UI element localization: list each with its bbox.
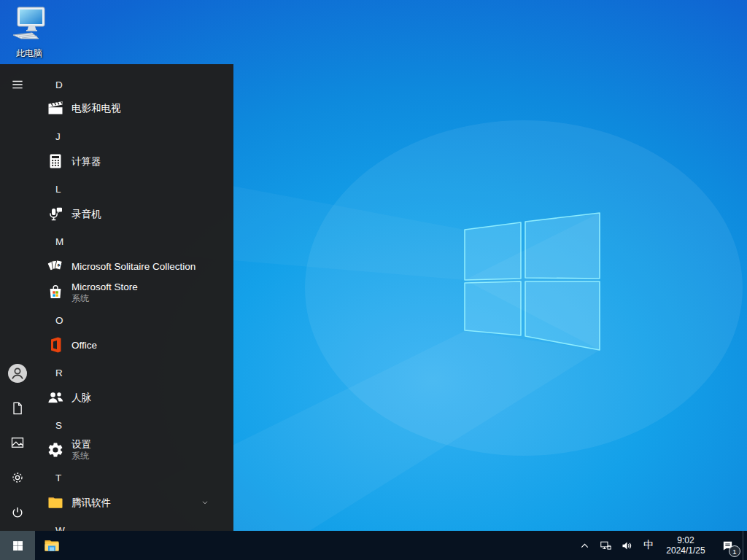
rail-user-button[interactable] xyxy=(0,359,35,388)
start-button[interactable] xyxy=(0,531,35,560)
letter-header[interactable]: T xyxy=(35,469,231,486)
start-menu-app[interactable]: 计算器 xyxy=(35,149,231,174)
tray-clock[interactable]: 9:02 2024/1/25 xyxy=(659,531,712,560)
rail-documents-button[interactable] xyxy=(0,394,35,423)
notification-badge: 1 xyxy=(729,545,740,557)
app-labels: 人脉 xyxy=(71,392,91,404)
app-title: 腾讯软件 xyxy=(71,497,111,509)
letter-header[interactable]: W xyxy=(35,521,231,531)
app-title: 录音机 xyxy=(71,208,101,220)
rail-pictures-button[interactable] xyxy=(0,428,35,457)
start-menu-app[interactable]: 设置系统 xyxy=(35,434,231,466)
letter-header-label: D xyxy=(55,79,63,90)
letter-header-label: R xyxy=(55,368,63,378)
rail-expand-menu-button[interactable] xyxy=(0,70,35,99)
letter-header[interactable]: O xyxy=(35,311,231,329)
start-menu-app[interactable]: 电影和电视 xyxy=(35,96,231,120)
app-subtitle: 系统 xyxy=(71,293,138,304)
start-menu-app-list: D电影和电视J计算器L录音机M♠Microsoft Solitaire Coll… xyxy=(35,64,233,531)
this-pc-icon xyxy=(9,6,49,47)
taskbar-file-explorer[interactable] xyxy=(35,531,69,560)
pictures-icon xyxy=(10,435,25,450)
app-labels: Microsoft Store系统 xyxy=(71,281,138,304)
letter-header-label: W xyxy=(55,525,65,532)
gear-outline-icon xyxy=(10,470,25,485)
chevron-down-icon xyxy=(200,497,210,508)
taskbar: 中 9:02 2024/1/25 1 xyxy=(0,531,747,560)
show-desktop-button[interactable] xyxy=(743,531,747,560)
chevron-up-icon xyxy=(578,540,591,552)
app-labels: 腾讯软件 xyxy=(71,497,111,509)
tray-volume-button[interactable] xyxy=(616,531,638,560)
start-menu-app[interactable]: ♠Microsoft Solitaire Collection xyxy=(35,254,231,279)
clock-time: 9:02 xyxy=(677,535,694,545)
start-menu-app[interactable]: Office xyxy=(35,332,231,357)
app-title: 计算器 xyxy=(71,155,101,168)
start-menu-app[interactable]: 人脉 xyxy=(35,385,231,410)
app-title: Microsoft Solitaire Collection xyxy=(71,260,196,273)
document-icon xyxy=(10,401,25,416)
letter-header-label: T xyxy=(55,472,61,483)
letter-header[interactable]: M xyxy=(35,233,231,250)
store-icon xyxy=(47,284,64,301)
office-icon xyxy=(47,336,64,354)
app-title: 设置 xyxy=(71,438,91,451)
system-tray: 中 9:02 2024/1/25 1 xyxy=(574,531,747,560)
speaker-icon xyxy=(621,540,633,552)
power-icon xyxy=(10,505,25,520)
tray-network-button[interactable] xyxy=(595,531,616,560)
clock-date: 2024/1/25 xyxy=(666,545,705,556)
app-subtitle: 系统 xyxy=(71,451,91,462)
app-labels: Microsoft Solitaire Collection xyxy=(71,260,196,273)
file-explorer-icon xyxy=(43,537,61,554)
start-menu: D电影和电视J计算器L录音机M♠Microsoft Solitaire Coll… xyxy=(0,64,233,531)
letter-header[interactable]: J xyxy=(35,128,231,145)
desktop-icon-this-pc[interactable]: 此电脑 xyxy=(8,6,50,60)
desktop-icon-label: 此电脑 xyxy=(16,47,42,60)
app-title: Office xyxy=(71,339,97,351)
letter-header-label: J xyxy=(55,131,61,142)
folder-icon xyxy=(47,494,64,511)
start-menu-app[interactable]: Microsoft Store系统 xyxy=(35,276,231,308)
tray-ime-indicator[interactable]: 中 xyxy=(638,531,659,560)
letter-header-label: S xyxy=(55,420,62,431)
letter-header[interactable]: R xyxy=(35,364,231,381)
user-icon xyxy=(7,363,28,384)
letter-header[interactable]: D xyxy=(35,76,231,93)
calculator-icon xyxy=(47,152,64,170)
tray-expand-button[interactable] xyxy=(574,531,595,560)
rail-settings-button[interactable] xyxy=(0,463,35,492)
app-labels: 电影和电视 xyxy=(71,102,121,114)
letter-header-label: L xyxy=(55,184,61,195)
app-labels: Office xyxy=(71,339,97,351)
movies-tv-icon xyxy=(47,99,64,117)
start-menu-rail xyxy=(0,64,35,531)
voice-recorder-icon xyxy=(47,205,64,222)
app-title: 人脉 xyxy=(71,392,91,404)
windows-logo-icon xyxy=(12,540,24,552)
desktop: 此电脑 D电影和电视J计算器L录音机M♠Microsoft Solitaire … xyxy=(0,0,747,560)
app-labels: 设置系统 xyxy=(71,438,91,462)
start-menu-app[interactable]: 录音机 xyxy=(35,201,231,226)
action-center-button[interactable]: 1 xyxy=(712,531,743,560)
solitaire-icon: ♠ xyxy=(47,257,64,275)
hamburger-icon xyxy=(10,77,25,92)
app-labels: 计算器 xyxy=(71,155,101,168)
letter-header-label: M xyxy=(55,236,63,247)
letter-header[interactable]: L xyxy=(35,180,231,198)
app-title: 电影和电视 xyxy=(71,102,121,114)
letter-header-label: O xyxy=(55,315,63,326)
app-labels: 录音机 xyxy=(71,208,101,220)
letter-header[interactable]: S xyxy=(35,416,231,434)
network-icon xyxy=(600,540,612,552)
app-title: Microsoft Store xyxy=(71,281,138,293)
start-menu-app[interactable]: 腾讯软件 xyxy=(35,490,231,515)
rail-power-button[interactable] xyxy=(0,498,35,527)
gear-filled-icon xyxy=(47,441,64,459)
people-icon xyxy=(47,389,64,406)
